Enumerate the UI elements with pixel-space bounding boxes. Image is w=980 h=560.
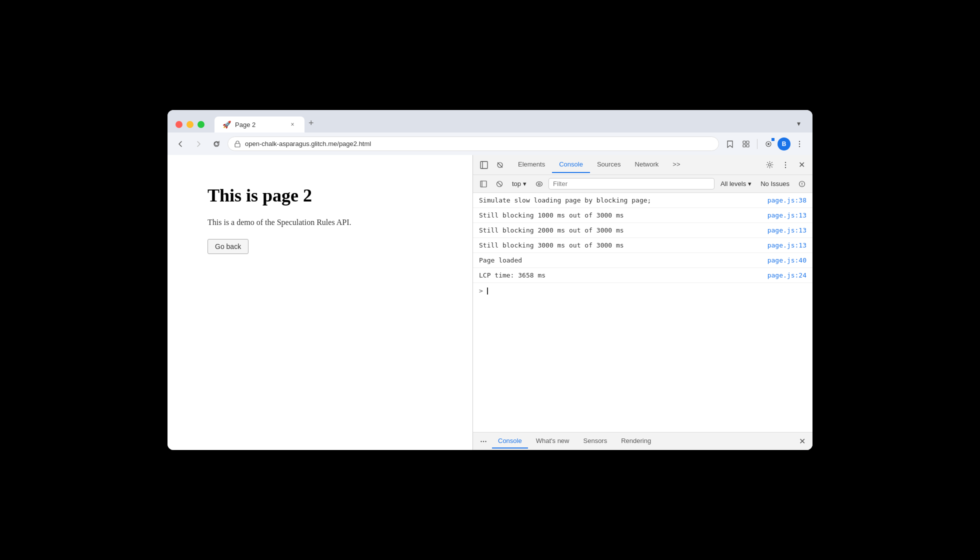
svg-point-26: [483, 440, 484, 442]
console-message-3: Still blocking 2000 ms out of 3000 ms: [479, 226, 768, 234]
devtools-tabs: Elements Console Sources Network >>: [511, 156, 687, 173]
url-text: open-chalk-asparagus.glitch.me/page2.htm…: [245, 140, 712, 148]
page-content: This is page 2 This is a demo of the Spe…: [168, 155, 472, 450]
console-row: Page loaded page.js:40: [473, 253, 812, 268]
svg-point-23: [538, 183, 540, 185]
svg-point-14: [768, 164, 771, 166]
devtools-panel: Elements Console Sources Network >>: [472, 155, 812, 450]
security-icon: [234, 140, 241, 148]
devtools-settings-button[interactable]: [762, 158, 776, 172]
svg-rect-0: [235, 144, 240, 147]
levels-dropdown-icon: ▾: [748, 180, 752, 188]
svg-point-27: [485, 440, 486, 442]
console-toolbar: top ▾ All levels ▾ No Issues: [473, 175, 812, 193]
console-source-5[interactable]: page.js:40: [768, 256, 806, 264]
console-source-6[interactable]: page.js:24: [768, 272, 806, 279]
console-source-3[interactable]: page.js:13: [768, 226, 806, 234]
svg-point-22: [536, 182, 542, 186]
bottom-tab-rendering[interactable]: Rendering: [615, 434, 657, 448]
tab-sources[interactable]: Sources: [590, 156, 628, 173]
levels-label: All levels: [720, 180, 746, 188]
browser-window: 🚀 Page 2 × + ▾ open-chalk-asparagus.glit…: [168, 110, 812, 450]
nav-right-icons: B: [723, 137, 806, 151]
tab-favicon-icon: 🚀: [222, 120, 231, 128]
bottom-tab-whatsnew[interactable]: What's new: [530, 434, 576, 448]
console-output: Simulate slow loading page by blocking p…: [473, 193, 812, 432]
svg-point-6: [768, 143, 770, 145]
address-bar[interactable]: open-chalk-asparagus.glitch.me/page2.htm…: [228, 136, 719, 151]
svg-rect-18: [480, 181, 486, 187]
tab-elements[interactable]: Elements: [511, 156, 552, 173]
navigation-bar: open-chalk-asparagus.glitch.me/page2.htm…: [168, 132, 812, 155]
console-issues-label: No Issues: [758, 179, 792, 188]
console-cursor: [487, 288, 488, 294]
svg-point-25: [480, 440, 482, 442]
nav-divider: [757, 139, 758, 149]
devtools-toggle-button[interactable]: [493, 158, 507, 172]
go-back-button[interactable]: Go back: [208, 239, 248, 254]
tab-menu-button[interactable]: ▾: [793, 118, 804, 130]
console-row: Still blocking 1000 ms out of 3000 ms pa…: [473, 208, 812, 223]
tab-bar: 🚀 Page 2 × +: [214, 116, 787, 132]
svg-point-9: [799, 146, 800, 146]
console-source-4[interactable]: page.js:13: [768, 242, 806, 249]
console-input-row: >: [473, 283, 812, 298]
devtools-topbar-right: ✕: [762, 158, 808, 172]
tab-more[interactable]: >>: [666, 156, 687, 173]
console-row: Still blocking 2000 ms out of 3000 ms pa…: [473, 223, 812, 238]
profile-button[interactable]: B: [778, 138, 790, 150]
console-message-4: Still blocking 3000 ms out of 3000 ms: [479, 242, 768, 249]
context-dropdown-icon: ▾: [523, 180, 526, 188]
tab-close-button[interactable]: ×: [288, 120, 296, 128]
devtools-dock-button[interactable]: [477, 158, 491, 172]
bookmark-button[interactable]: [723, 137, 737, 151]
console-message-5: Page loaded: [479, 256, 768, 264]
tab-network[interactable]: Network: [628, 156, 666, 173]
console-prompt-icon: >: [479, 287, 483, 294]
context-label: top: [512, 180, 521, 188]
console-row: Simulate slow loading page by blocking p…: [473, 193, 812, 208]
console-filter-input[interactable]: [548, 178, 714, 190]
console-context-selector[interactable]: top ▾: [509, 179, 530, 188]
tab-console[interactable]: Console: [552, 156, 590, 173]
console-eye-button[interactable]: [532, 178, 546, 190]
console-sidebar-toggle[interactable]: [477, 178, 490, 190]
svg-point-7: [799, 140, 800, 142]
console-levels-selector[interactable]: All levels ▾: [718, 179, 754, 188]
console-clear-button[interactable]: [493, 178, 506, 190]
bottombar-close-button[interactable]: ✕: [796, 435, 808, 448]
extensions-button[interactable]: [739, 137, 753, 151]
close-button[interactable]: [176, 121, 182, 128]
svg-point-8: [799, 143, 800, 144]
svg-rect-1: [743, 141, 746, 144]
console-issues-settings[interactable]: [796, 178, 808, 190]
console-row: LCP time: 3658 ms page.js:24: [473, 268, 812, 283]
maximize-button[interactable]: [198, 121, 204, 128]
page-heading: This is page 2: [208, 185, 432, 206]
console-message-2: Still blocking 1000 ms out of 3000 ms: [479, 212, 768, 219]
bottom-tab-sensors[interactable]: Sensors: [578, 434, 614, 448]
devtools-close-button[interactable]: ✕: [794, 158, 808, 172]
console-message-1: Simulate slow loading page by blocking p…: [479, 196, 768, 204]
svg-rect-4: [746, 144, 749, 147]
new-tab-button[interactable]: +: [304, 116, 318, 130]
console-message-6: LCP time: 3658 ms: [479, 272, 768, 279]
devtools-more-options-button[interactable]: [778, 158, 792, 172]
forward-button[interactable]: [192, 137, 206, 151]
devtools-open-button[interactable]: [762, 137, 776, 151]
active-tab[interactable]: 🚀 Page 2 ×: [214, 116, 304, 132]
svg-point-15: [785, 162, 786, 162]
bottom-tab-console[interactable]: Console: [492, 434, 528, 448]
console-source-1[interactable]: page.js:38: [768, 196, 806, 204]
back-button[interactable]: [174, 137, 188, 151]
chrome-menu-button[interactable]: [792, 137, 806, 151]
svg-rect-3: [743, 144, 746, 147]
svg-rect-2: [746, 141, 749, 144]
tab-title: Page 2: [235, 121, 284, 128]
console-source-2[interactable]: page.js:13: [768, 212, 806, 219]
reload-button[interactable]: [210, 137, 224, 151]
bottombar-more-button[interactable]: [477, 435, 490, 448]
minimize-button[interactable]: [186, 121, 194, 128]
svg-rect-10: [480, 162, 488, 168]
devtools-bottombar: Console What's new Sensors Rendering ✕: [473, 432, 812, 450]
